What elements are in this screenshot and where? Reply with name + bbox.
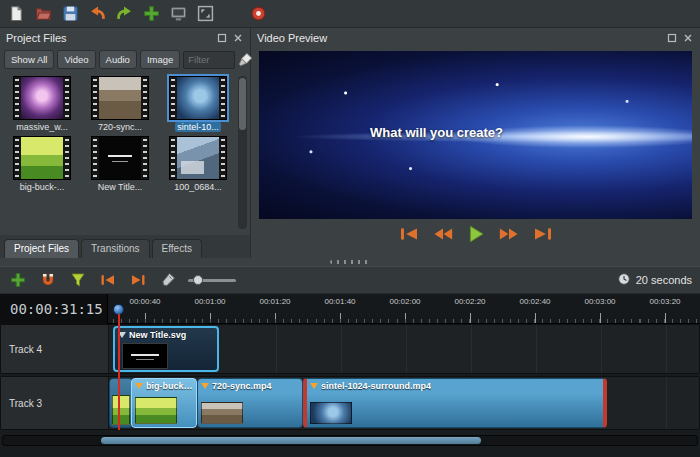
filter-button-audio[interactable]: Audio — [99, 50, 137, 69]
export-video-icon[interactable] — [248, 4, 268, 24]
snapping-icon[interactable] — [38, 270, 58, 290]
title-preview-thumbnail — [122, 343, 168, 369]
clip-menu-icon[interactable] — [135, 383, 143, 389]
project-files-title: Project Files — [6, 32, 216, 44]
ruler-tick-mark — [405, 313, 406, 323]
files-scrollbar[interactable] — [238, 76, 247, 229]
clock-icon — [617, 272, 631, 288]
timeline-ruler[interactable]: 00:00:4000:01:0000:01:2000:01:4000:02:00… — [108, 294, 700, 324]
import-files-icon[interactable] — [141, 4, 161, 24]
clip-label: New Title.svg — [129, 330, 186, 340]
file-item[interactable]: sintel-10... — [160, 76, 236, 132]
jump-end-button[interactable] — [532, 226, 554, 242]
ruler-tick-mark — [600, 313, 601, 323]
rewind-button[interactable] — [432, 226, 454, 242]
playhead-timecode: 00:00:31:15 — [0, 294, 108, 324]
undock-icon[interactable] — [216, 32, 228, 44]
undo-icon[interactable] — [87, 4, 107, 24]
timeline-clip[interactable]: New Title.svg — [113, 326, 219, 372]
project-files-header: Project Files — [0, 28, 250, 47]
sintel-thumbnail-image — [177, 77, 219, 119]
choose-profile-icon[interactable] — [168, 4, 188, 24]
file-item[interactable]: 100_0684... — [160, 136, 236, 192]
file-thumbnail — [13, 136, 71, 180]
next-marker-icon[interactable] — [128, 270, 148, 290]
filter-row: Show AllVideoAudioImage — [0, 47, 250, 72]
disco-thumbnail-image — [21, 77, 63, 119]
video-preview-window-buttons — [666, 32, 694, 44]
openshot-window: Project Files Show AllVideoAudioImage ma… — [0, 0, 700, 457]
file-item[interactable]: massive_w... — [4, 76, 80, 132]
main-toolbar — [0, 0, 700, 28]
panel-splitter[interactable] — [0, 258, 700, 266]
clip-label: big-buck-... — [146, 381, 193, 391]
undock-icon[interactable] — [666, 32, 678, 44]
playback-controls — [251, 219, 700, 249]
timeline: 00:00:31:15 00:00:4000:01:0000:01:2000:0… — [0, 294, 700, 457]
file-name: sintel-10... — [175, 122, 221, 132]
fast-forward-button[interactable] — [498, 226, 520, 242]
filter-button-show-all[interactable]: Show All — [4, 50, 54, 69]
video-preview-header: Video Preview — [251, 28, 700, 47]
tab-transitions[interactable]: Transitions — [81, 239, 150, 258]
file-item[interactable]: 720-sync... — [82, 76, 158, 132]
play-button[interactable] — [466, 224, 486, 244]
filter-input[interactable] — [183, 51, 235, 69]
canyon-thumbnail-image — [99, 77, 141, 119]
ruler-tick-label: 00:02:00 — [389, 297, 420, 306]
zoom-slider[interactable] — [188, 279, 236, 282]
clip-thumbnail — [310, 402, 352, 424]
tab-effects[interactable]: Effects — [152, 239, 202, 258]
save-project-icon[interactable] — [60, 4, 80, 24]
open-project-icon[interactable] — [33, 4, 53, 24]
ruler-tick-mark — [145, 313, 146, 323]
file-name: 100_0684... — [172, 182, 224, 192]
zoom-level: 20 seconds — [617, 272, 692, 288]
add-marker-icon[interactable] — [68, 270, 88, 290]
ruler-tick-mark — [535, 313, 536, 323]
track-row: Track 3big-buck-...720-sync.mp4sintel-10… — [0, 376, 700, 430]
zoom-slider-handle[interactable] — [193, 275, 203, 285]
clip-header: sintel-1024-surround.mp4 — [307, 379, 603, 391]
timeline-clip[interactable]: sintel-1024-surround.mp4 — [303, 378, 607, 428]
jump-start-button[interactable] — [398, 226, 420, 242]
title-thumbnail-image — [99, 137, 141, 179]
ruler-tick-label: 00:01:20 — [259, 297, 290, 306]
fullscreen-icon[interactable] — [195, 4, 215, 24]
file-name: 720-sync... — [96, 122, 144, 132]
timeline-scrollbar-thumb[interactable] — [101, 437, 481, 444]
timeline-clip[interactable]: big-buck-... — [131, 378, 197, 428]
track-name: Track 3 — [1, 377, 109, 429]
timeline-scrollbar[interactable] — [2, 435, 698, 446]
tab-project-files[interactable]: Project Files — [4, 239, 79, 258]
track-lane: New Title.svg — [109, 325, 699, 373]
track-row: Track 4New Title.svg — [0, 324, 700, 374]
clip-menu-icon[interactable] — [201, 383, 209, 389]
add-track-icon[interactable] — [8, 270, 28, 290]
file-item[interactable]: big-buck-... — [4, 136, 80, 192]
file-thumbnail — [169, 136, 227, 180]
previous-marker-icon[interactable] — [98, 270, 118, 290]
files-scrollbar-thumb[interactable] — [239, 78, 246, 130]
timeline-clip[interactable] — [109, 378, 133, 428]
close-icon[interactable] — [682, 32, 694, 44]
filter-button-image[interactable]: Image — [140, 50, 180, 69]
bedroom-thumbnail-image — [177, 137, 219, 179]
clip-thumbnail — [201, 402, 243, 424]
razor-icon[interactable] — [158, 270, 178, 290]
clip-menu-icon[interactable] — [118, 332, 126, 338]
close-icon[interactable] — [232, 32, 244, 44]
ruler-tick-label: 00:01:40 — [324, 297, 355, 306]
bigbuck-thumbnail-image — [21, 137, 63, 179]
timeline-toolbar-icons — [8, 270, 178, 290]
new-project-icon[interactable] — [6, 4, 26, 24]
timeline-clip[interactable]: 720-sync.mp4 — [197, 378, 303, 428]
file-item[interactable]: New Title... — [82, 136, 158, 192]
file-thumbnail — [91, 76, 149, 120]
main-area: Project Files Show AllVideoAudioImage ma… — [0, 28, 700, 258]
ruler-tick-label: 00:02:40 — [519, 297, 550, 306]
redo-icon[interactable] — [114, 4, 134, 24]
clip-menu-icon[interactable] — [310, 383, 318, 389]
filter-buttons: Show AllVideoAudioImage — [4, 50, 180, 69]
filter-button-video[interactable]: Video — [57, 50, 95, 69]
